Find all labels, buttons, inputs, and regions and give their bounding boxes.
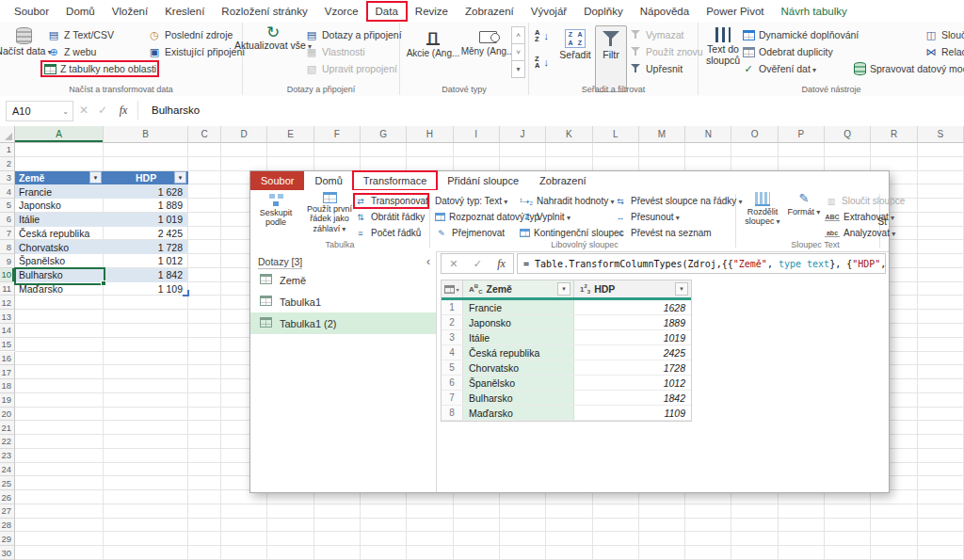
load-data-button[interactable]: Načíst data (4, 24, 43, 57)
pq-tab-3[interactable]: Přidání sloupce (437, 171, 529, 190)
pq-fill-button[interactable]: ↧ Vyplnit (520, 210, 570, 224)
filter-dropdown-icon[interactable]: ▼ (174, 171, 186, 184)
menu-tab-1[interactable]: Domů (57, 2, 104, 21)
existing-connections-button[interactable]: ▣ Existující připojení (146, 44, 247, 59)
name-box[interactable]: A10 ⌄ (6, 101, 73, 121)
pq-unpivot-button[interactable]: ⇆ Převést sloupce na řádky (614, 194, 743, 208)
table-row[interactable]: Česká republika2 425 (15, 227, 188, 241)
menu-tab-0[interactable]: Soubor (6, 2, 57, 21)
advanced-filter-button[interactable]: Upřesnit (629, 61, 684, 76)
column-header-O[interactable]: O (731, 126, 778, 143)
from-web-button[interactable]: ⊕ Z webu (45, 44, 98, 59)
column-header-M[interactable]: M (639, 126, 685, 143)
sort-button[interactable]: ZAAZ Seřadit (557, 26, 593, 61)
row-header-17[interactable]: 17 (0, 365, 15, 379)
pq-grid-row[interactable]: 8Maďarsko1109 (442, 406, 691, 421)
pq-grid-row[interactable]: 2Japonsko1889 (442, 315, 691, 330)
row-header-6[interactable]: 6 (0, 213, 15, 227)
row-header-15[interactable]: 15 (0, 338, 15, 352)
column-header-Q[interactable]: Q (825, 126, 871, 143)
row-header-1[interactable]: 1 (0, 143, 15, 157)
pq-filter-icon[interactable]: ▼ (557, 282, 570, 296)
column-header-C[interactable]: C (188, 126, 221, 143)
table-row[interactable]: Japonsko1 889 (15, 199, 188, 213)
collapse-pane-icon[interactable]: ‹ (426, 255, 430, 268)
row-header-23[interactable]: 23 (0, 449, 15, 463)
stocks-data-type-button[interactable]: ∏ Akcie (Ang... (405, 23, 461, 58)
pq-reverse-rows-button[interactable]: ⇅ Obrátit řádky (354, 210, 425, 224)
queries-connections-button[interactable]: ▤ Dotazy a připojení (303, 27, 404, 42)
row-header-22[interactable]: 22 (0, 435, 15, 449)
from-table-range-button[interactable]: Z tabulky nebo oblasti (41, 61, 158, 76)
pq-filter-icon[interactable]: ▼ (675, 282, 688, 296)
menu-tab-10[interactable]: Doplňky (575, 2, 632, 21)
name-box-dropdown-icon[interactable]: ⌄ (62, 107, 72, 116)
column-header-B[interactable]: B (104, 126, 188, 143)
menu-tab-12[interactable]: Power Pivot (698, 2, 772, 21)
text-to-columns-button[interactable]: Text do sloupců (701, 24, 745, 66)
menu-tab-5[interactable]: Vzorce (316, 2, 367, 21)
pq-count-rows-button[interactable]: ≡ Počet řádků (354, 226, 421, 240)
menu-tab-9[interactable]: Vývojář (522, 2, 575, 21)
formula-input[interactable]: Bulharsko (137, 101, 964, 120)
menu-tab-7[interactable]: Revize (407, 2, 457, 21)
pq-tab-4[interactable]: Zobrazení (529, 171, 597, 190)
row-header-14[interactable]: 14 (0, 324, 15, 338)
query-item-2[interactable]: Tabulka1 (2) (250, 312, 436, 334)
menu-tab-11[interactable]: Nápověda (632, 2, 698, 21)
table-resize-handle[interactable] (183, 290, 189, 296)
flash-fill-button[interactable]: Dynamické doplňování (740, 27, 860, 42)
data-types-gallery-scroll[interactable]: ˄ ˅ ▾ (511, 27, 525, 78)
table-row[interactable]: Itálie1 019 (15, 213, 188, 227)
table-header-zeme[interactable]: Země ▼ (15, 171, 104, 185)
column-header-G[interactable]: G (361, 126, 407, 143)
row-header-2[interactable]: 2 (0, 157, 15, 171)
pq-tab-1[interactable]: Domů (304, 171, 352, 190)
row-header-5[interactable]: 5 (0, 199, 15, 213)
pq-pivot-column-button[interactable]: Kontingenční sloupec (520, 226, 624, 240)
insert-function-icon[interactable]: fx (115, 101, 132, 120)
row-header-28[interactable]: 28 (0, 519, 15, 533)
table-row[interactable]: Francie1 628 (15, 184, 188, 199)
pq-data-type-button[interactable]: Datový typ: Text (435, 194, 507, 208)
row-header-19[interactable]: 19 (0, 393, 15, 408)
column-header-J[interactable]: J (500, 126, 546, 143)
pq-grid-row[interactable]: 1Francie1628 (442, 300, 691, 315)
row-header-13[interactable]: 13 (0, 310, 15, 324)
query-item-0[interactable]: Země (250, 269, 436, 291)
row-header-8[interactable]: 8 (0, 240, 15, 254)
row-header-29[interactable]: 29 (0, 532, 15, 546)
column-header-I[interactable]: I (454, 126, 500, 143)
row-header-11[interactable]: 11 (0, 282, 15, 296)
row-header-26[interactable]: 26 (0, 490, 15, 504)
row-header-16[interactable]: 16 (0, 352, 15, 366)
consolidate-button[interactable]: ◫ Sloučit (923, 27, 964, 42)
row-header-12[interactable]: 12 (0, 296, 15, 310)
filter-dropdown-icon[interactable]: ▼ (89, 171, 102, 184)
pq-grid-row[interactable]: 5Chorvatsko1728 (442, 360, 691, 376)
column-header-H[interactable]: H (407, 126, 453, 143)
pq-table-menu-button[interactable]: ▾ (442, 280, 463, 297)
from-text-csv-button[interactable]: ▤ Z Text/CSV (45, 27, 116, 42)
menu-tab-8[interactable]: Zobrazení (457, 2, 522, 21)
manage-data-model-button[interactable]: Spravovat datový model (852, 61, 964, 76)
select-all-corner[interactable] (0, 126, 15, 143)
gallery-more-icon[interactable]: ▾ (511, 60, 525, 78)
table-header-hdp[interactable]: HDP ▼ (104, 171, 188, 185)
cancel-entry-icon[interactable]: ✕ (75, 101, 92, 120)
row-header-7[interactable]: 7 (0, 227, 15, 241)
menu-tab-2[interactable]: Vložení (104, 2, 156, 21)
row-header-25[interactable]: 25 (0, 476, 15, 490)
pq-grid-row[interactable]: 7Bulharsko1842 (442, 391, 691, 406)
column-header-K[interactable]: K (546, 126, 592, 143)
column-header-L[interactable]: L (593, 126, 639, 143)
pq-rename-button[interactable]: ✎ Přejmenovat (435, 226, 505, 240)
row-header-18[interactable]: 18 (0, 379, 15, 393)
query-item-1[interactable]: Tabulka1 (250, 291, 436, 312)
confirm-entry-icon[interactable]: ✓ (94, 101, 111, 120)
pq-column-header-zeme[interactable]: ABC Země ▼ (463, 280, 574, 297)
relationships-button[interactable]: ⋈ Relace (923, 44, 964, 59)
menu-tab-6[interactable]: Data (367, 2, 407, 21)
row-header-10[interactable]: 10 (0, 268, 15, 282)
pq-cancel-icon[interactable]: ✕ (449, 258, 458, 270)
